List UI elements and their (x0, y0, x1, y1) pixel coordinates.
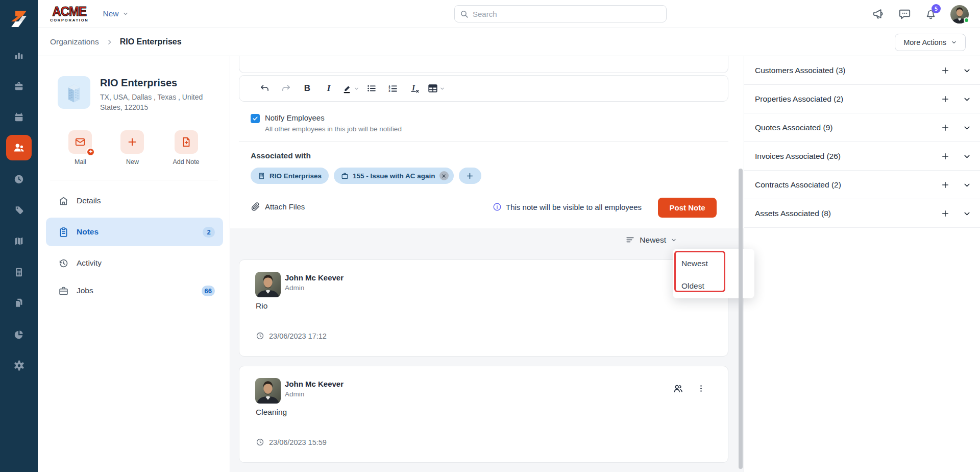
sidebar-item-reports[interactable] (0, 328, 38, 341)
chat-button[interactable] (898, 8, 911, 20)
breadcrumb-organizations[interactable]: Organizations (50, 37, 99, 46)
envelope-icon (75, 136, 86, 148)
more-actions-button[interactable]: More Actions (895, 34, 966, 51)
briefcase-icon (13, 81, 24, 92)
notes-list-area: Newest Newest Oldest John Mc Keever Admi… (230, 228, 744, 472)
section-assets-associated: Assets Associated (8) (744, 199, 980, 228)
user-avatar[interactable] (950, 5, 969, 23)
bullet-list-button[interactable] (362, 79, 381, 98)
add-note-action-tile (175, 130, 198, 154)
tab-details[interactable]: Details (46, 190, 223, 211)
app-window: ACME CORPORATION New (0, 0, 980, 472)
tab-activity-label: Activity (77, 258, 102, 268)
mail-action-tile: + (68, 130, 92, 154)
info-icon (493, 202, 502, 211)
note-visibility: This note will be visible to all employe… (493, 202, 642, 211)
insert-table-button[interactable] (426, 79, 446, 98)
clock-icon (256, 332, 264, 340)
organization-address: TX, USA, Dallas , Texas , United States,… (100, 92, 210, 113)
sidebar-item-timesheets[interactable] (0, 173, 38, 186)
plus-icon (941, 209, 950, 218)
sidebar-item-jobs[interactable] (0, 80, 38, 93)
add-asset-button[interactable] (936, 199, 954, 228)
add-customer-button[interactable] (936, 56, 954, 85)
undo-button[interactable] (255, 79, 274, 98)
note-card: John Mc Keever Admin Cleaning 23/06/2023… (239, 366, 728, 463)
sidebar-item-analytics[interactable] (0, 49, 38, 62)
plus-icon (941, 66, 950, 75)
expand-quotes-button[interactable] (958, 113, 976, 142)
chip-remove-button[interactable] (439, 171, 449, 180)
sidebar-item-map[interactable] (0, 234, 38, 248)
redo-button[interactable] (276, 79, 296, 98)
highlight-color-button[interactable] (340, 79, 360, 98)
copy-pages-icon (13, 297, 24, 309)
notes-sort-control[interactable]: Newest (625, 235, 677, 245)
notifications-button[interactable]: 5 (924, 8, 937, 20)
italic-button[interactable]: I (319, 79, 338, 98)
breadcrumb-current: RIO Enterprises (120, 37, 182, 46)
sidebar-item-dispatch[interactable] (0, 111, 38, 124)
new-action-tile (120, 130, 144, 154)
add-invoice-button[interactable] (936, 142, 954, 171)
note-menu-button[interactable] (697, 384, 705, 393)
clock-icon (13, 174, 24, 185)
section-label: Customers Associated (3) (755, 66, 845, 75)
plus-icon (465, 172, 474, 180)
mail-action-button[interactable]: + Mail (68, 130, 92, 166)
main-scrollbar[interactable] (739, 169, 743, 469)
post-note-button[interactable]: Post Note (658, 198, 717, 218)
notify-employees-checkbox[interactable] (251, 114, 260, 123)
tab-jobs[interactable]: Jobs 66 (46, 280, 223, 301)
expand-assets-button[interactable] (958, 199, 976, 228)
sidebar-item-settings[interactable] (0, 359, 38, 372)
calendar-icon (13, 112, 24, 123)
expand-properties-button[interactable] (958, 85, 976, 113)
plus-icon (127, 136, 138, 148)
attach-files-button[interactable]: Attach Files (251, 202, 305, 211)
expand-invoices-button[interactable] (958, 142, 976, 171)
add-property-button[interactable] (936, 85, 954, 113)
sidebar-item-invoices[interactable] (0, 266, 38, 279)
sidebar-item-documents[interactable] (0, 296, 38, 310)
breadcrumb: Organizations RIO Enterprises (50, 37, 182, 46)
gear-icon (13, 360, 25, 371)
add-quote-button[interactable] (936, 113, 954, 142)
topbar-icons: 5 (872, 0, 969, 28)
note-visibility-users-button[interactable] (673, 383, 683, 394)
announcements-button[interactable] (872, 8, 885, 20)
building-icon (258, 172, 265, 180)
new-action-button[interactable]: New (120, 130, 144, 166)
chip-job-155[interactable]: 155 - Issue with AC again (334, 168, 454, 184)
zuper-logo (0, 7, 38, 31)
bold-button[interactable]: B (298, 79, 317, 98)
search-input[interactable] (473, 10, 661, 18)
sidebar-item-pricebook[interactable] (0, 204, 38, 217)
note-editor[interactable] (239, 56, 728, 73)
tab-notes[interactable]: Notes 2 (46, 218, 223, 246)
add-note-action-button[interactable]: Add Note (173, 130, 199, 166)
chip-rio-enterprises[interactable]: RIO Enterprises (251, 168, 329, 184)
add-association-button[interactable] (459, 168, 481, 184)
chevron-down-icon (963, 181, 971, 190)
plus-icon (941, 180, 950, 190)
notify-employees-description: All other employees in this job will be … (265, 125, 402, 133)
panel-divider (50, 180, 218, 180)
numbered-list-button[interactable]: 123 (383, 79, 403, 98)
breadcrumb-bar: Organizations RIO Enterprises More Actio… (38, 28, 980, 56)
paperclip-icon (251, 202, 260, 211)
chevron-down-icon (951, 39, 957, 45)
home-icon (58, 196, 69, 206)
notify-employees-text: Notify Employees All other employees in … (265, 113, 402, 133)
expand-customers-button[interactable] (958, 56, 976, 85)
expand-contracts-button[interactable] (958, 171, 976, 199)
add-contract-button[interactable] (936, 171, 954, 199)
sidebar-item-customers-active[interactable] (6, 135, 32, 160)
chevron-down-icon (963, 152, 971, 161)
numbered-list-icon: 123 (387, 83, 399, 94)
tab-activity[interactable]: Activity (46, 252, 223, 274)
svg-text:3: 3 (388, 89, 390, 92)
new-button[interactable]: New (103, 9, 129, 18)
note-timestamp-row: 23/06/2023 17:12 (256, 332, 327, 340)
clear-formatting-button[interactable]: I (405, 79, 424, 98)
